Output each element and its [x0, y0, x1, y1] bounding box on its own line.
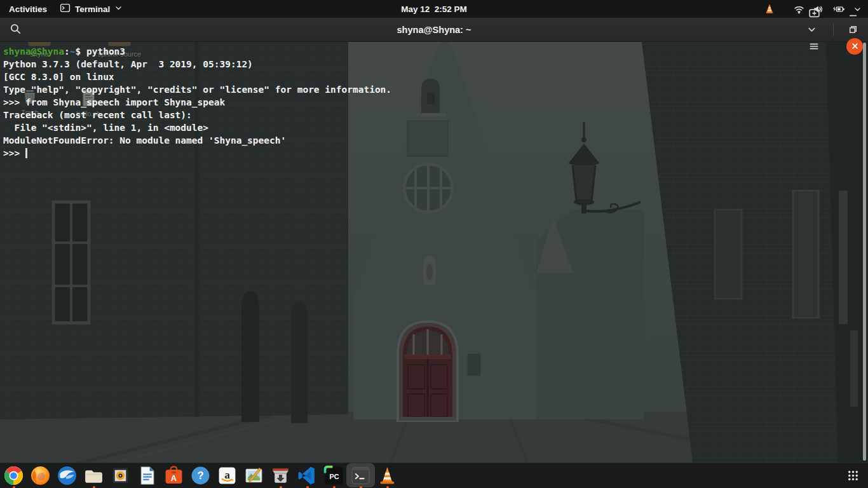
ubuntu-software-icon: A: [163, 465, 184, 486]
dock-item-ubuntu-software[interactable]: A: [163, 465, 184, 486]
minimize-button[interactable]: [844, 5, 862, 22]
show-applications-button[interactable]: [844, 468, 861, 484]
tab-chevron-down-button[interactable]: [805, 22, 818, 38]
terminal-output: shyna@Shyna:~$ python3Python 3.7.3 (defa…: [0, 42, 868, 159]
dock: A?aPC: [0, 463, 868, 488]
terminal-app-icon: [60, 3, 71, 15]
top-bar: Activities Terminal May 12 2:52 PM: [0, 0, 868, 18]
titlebar-divider: [833, 24, 834, 36]
chevron-down-icon: [114, 4, 123, 14]
new-tab-button[interactable]: [805, 5, 823, 22]
dock-item-libreoffice-writer[interactable]: [137, 465, 158, 486]
vlc-cone-indicator-icon[interactable]: [764, 3, 775, 15]
activities-button[interactable]: Activities: [9, 4, 47, 14]
svg-text:A: A: [171, 473, 177, 483]
terminal-line: [GCC 8.3.0] on linux: [3, 71, 864, 83]
firefox-icon: [30, 465, 51, 486]
terminal-line: Python 3.7.3 (default, Apr 3 2019, 05:39…: [3, 58, 864, 71]
search-button[interactable]: [6, 21, 24, 39]
terminal-titlebar: shyna@Shyna: ~: [0, 18, 868, 42]
libreoffice-writer-icon: [137, 465, 158, 486]
close-icon: [850, 41, 860, 51]
help-icon: ?: [190, 465, 211, 486]
terminal-line: shyna@Shyna:~$ python3: [3, 45, 864, 58]
package-installer-icon: [270, 465, 291, 486]
window-title: shyna@Shyna: ~: [397, 25, 471, 35]
terminal-line: File "<stdin>", line 1, in <module>: [3, 121, 864, 134]
files-icon: [83, 465, 104, 486]
svg-text:?: ?: [197, 470, 203, 481]
thunderbird-icon: [57, 465, 78, 486]
dock-item-amazon[interactable]: a: [217, 465, 238, 486]
new-tab-icon: [808, 7, 820, 19]
minimize-icon: [848, 8, 858, 18]
dock-item-files[interactable]: [83, 465, 104, 486]
terminal-line: Traceback (most recent call last):: [3, 109, 864, 121]
dock-item-chrome[interactable]: [3, 465, 24, 486]
clock-button[interactable]: May 12 2:52 PM: [401, 4, 467, 14]
terminal-line: ModuleNotFoundError: No module named 'Sh…: [3, 134, 864, 147]
terminal-line: >>>: [3, 147, 864, 159]
maximize-button[interactable]: [844, 22, 862, 38]
terminal-content[interactable]: shyna@Shyna:~$ python3Python 3.7.3 (defa…: [0, 42, 868, 463]
dock-item-thunderbird[interactable]: [57, 465, 78, 486]
search-icon: [10, 23, 22, 37]
dock-item-vscode[interactable]: [297, 465, 318, 486]
terminal-icon: [350, 465, 371, 486]
app-menu-label: Terminal: [75, 4, 110, 14]
menu-icon: [808, 41, 820, 52]
terminal-cursor: [25, 148, 27, 158]
vlc-icon: [377, 465, 398, 486]
dock-item-pycharm[interactable]: PC: [323, 465, 344, 486]
amazon-icon: a: [217, 465, 238, 486]
maximize-icon: [848, 24, 858, 35]
terminal-line: >>> from Shyna_speech import Shyna_speak: [3, 96, 864, 109]
svg-text:PC: PC: [330, 473, 339, 480]
svg-text:a: a: [224, 469, 229, 481]
close-button[interactable]: [846, 38, 863, 55]
image-editor-icon: [243, 465, 264, 486]
dock-item-image-editor[interactable]: [243, 465, 264, 486]
app-menu-button[interactable]: Terminal: [60, 3, 123, 15]
chrome-icon: [3, 465, 24, 486]
vscode-icon: [297, 465, 318, 486]
dock-item-terminal[interactable]: [350, 465, 371, 486]
wifi-icon: [794, 4, 804, 15]
dock-item-firefox[interactable]: [30, 465, 51, 486]
dock-item-help[interactable]: ?: [190, 465, 211, 486]
dock-item-rhythmbox[interactable]: [110, 465, 131, 486]
tab-chevron-down-icon: [807, 25, 817, 34]
terminal-scrollbar[interactable]: [863, 43, 866, 461]
terminal-line: Type "help", "copyright", "credits" or "…: [3, 83, 864, 96]
dock-item-vlc[interactable]: [377, 465, 398, 486]
rhythmbox-icon: [110, 465, 131, 486]
pycharm-icon: PC: [323, 465, 344, 486]
menu-button[interactable]: [805, 38, 823, 55]
dock-item-package-installer[interactable]: [270, 465, 291, 486]
